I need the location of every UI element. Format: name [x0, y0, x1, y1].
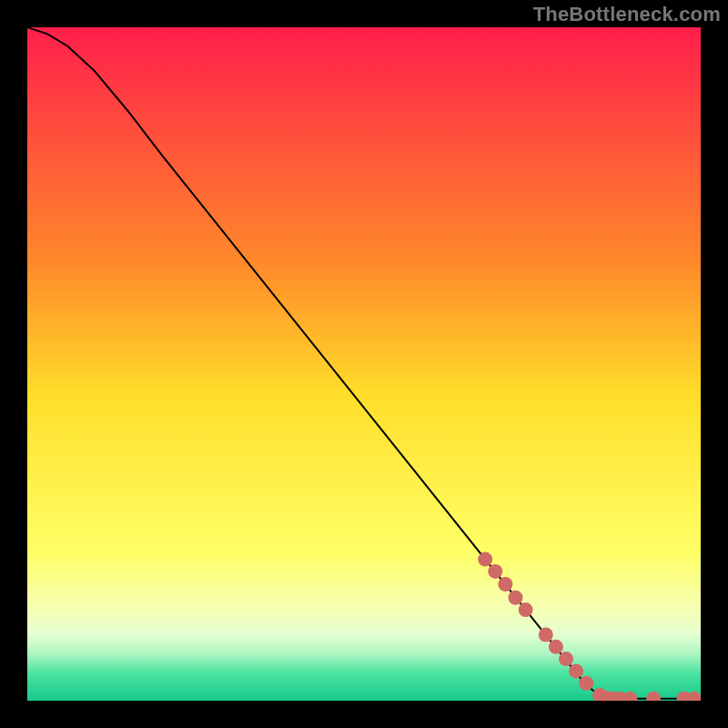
scatter-point — [478, 552, 492, 567]
chart-svg — [27, 27, 701, 701]
scatter-point — [559, 652, 573, 666]
scatter-point — [488, 564, 502, 579]
scatter-point — [498, 577, 512, 592]
scatter-point — [509, 591, 523, 605]
scatter-point — [569, 663, 583, 678]
scatter-point — [539, 627, 553, 642]
scatter-point — [579, 676, 593, 691]
scatter-point — [549, 640, 563, 654]
gradient-background — [27, 27, 701, 701]
plot-area — [27, 27, 701, 701]
scatter-point — [519, 602, 533, 617]
watermark-text: TheBottleneck.com — [533, 3, 721, 26]
chart-frame: TheBottleneck.com — [0, 0, 728, 728]
